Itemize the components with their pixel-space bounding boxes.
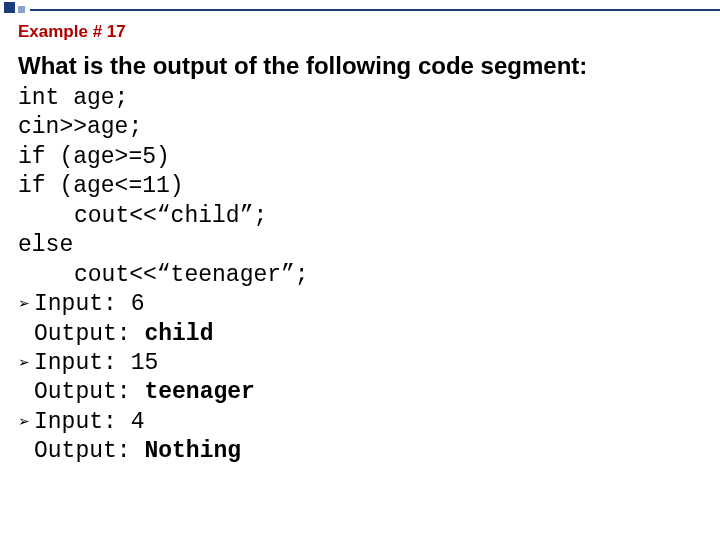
output-value: Nothing	[144, 438, 241, 464]
decoration-line	[30, 9, 720, 11]
output-label: Output:	[34, 438, 131, 464]
input-label: Input:	[34, 409, 117, 435]
io-input-row: ➢ Input: 4	[18, 408, 708, 437]
example-number: Example # 17	[18, 22, 708, 42]
code-line: cin>>age;	[18, 113, 708, 142]
code-line: cout<<“child”;	[18, 202, 708, 231]
input-value: 6	[131, 291, 145, 317]
code-line: if (age<=11)	[18, 172, 708, 201]
output-label: Output:	[34, 379, 131, 405]
slide-top-decoration	[0, 0, 720, 16]
input-value: 15	[131, 350, 159, 376]
io-output-row: Output: child	[18, 320, 708, 349]
decoration-square-small	[18, 6, 25, 13]
code-line: if (age>=5)	[18, 143, 708, 172]
input-label: Input:	[34, 291, 117, 317]
code-block: int age; cin>>age; if (age>=5) if (age<=…	[18, 84, 708, 467]
bullet-arrow-icon: ➢	[18, 354, 34, 372]
code-line: cout<<“teenager”;	[18, 261, 708, 290]
input-value: 4	[131, 409, 145, 435]
decoration-square-large	[4, 2, 15, 13]
bullet-arrow-icon: ➢	[18, 295, 34, 313]
io-input-row: ➢ Input: 15	[18, 349, 708, 378]
output-value: child	[144, 321, 213, 347]
io-input-row: ➢ Input: 6	[18, 290, 708, 319]
output-value: teenager	[144, 379, 254, 405]
input-label: Input:	[34, 350, 117, 376]
io-output-row: Output: teenager	[18, 378, 708, 407]
io-output-row: Output: Nothing	[18, 437, 708, 466]
bullet-arrow-icon: ➢	[18, 413, 34, 431]
code-line: int age;	[18, 84, 708, 113]
code-line: else	[18, 231, 708, 260]
output-label: Output:	[34, 321, 131, 347]
question-text: What is the output of the following code…	[18, 52, 708, 80]
slide-content: Example # 17 What is the output of the f…	[18, 22, 708, 467]
